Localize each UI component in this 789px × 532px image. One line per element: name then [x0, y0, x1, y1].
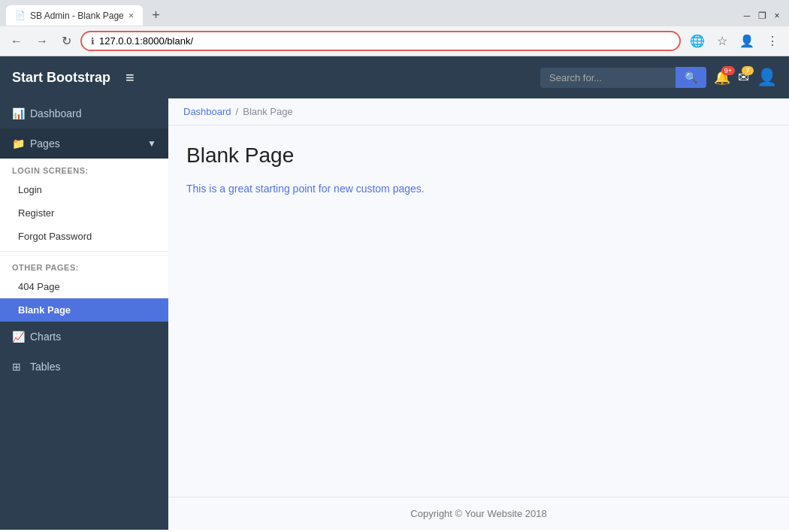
user-avatar-button[interactable]: 👤	[757, 68, 777, 87]
messages-badge: 7	[742, 66, 754, 75]
charts-icon: 📈	[12, 331, 24, 343]
back-button[interactable]: ←	[6, 32, 27, 51]
breadcrumb-separator: /	[236, 106, 239, 117]
top-navbar: Start Bootstrap ≡ 🔍 🔔 9+ ✉ 7 👤	[0, 56, 789, 98]
restore-button[interactable]: ❐	[756, 10, 768, 22]
dashboard-icon: 📊	[12, 107, 24, 119]
reload-button[interactable]: ↻	[57, 31, 76, 51]
breadcrumb-current: Blank Page	[243, 106, 293, 117]
bookmark-icon[interactable]: ☆	[712, 31, 732, 51]
content-area: Dashboard / Blank Page Blank Page This i…	[168, 98, 789, 530]
breadcrumb: Dashboard / Blank Page	[168, 98, 789, 125]
tab-close-button[interactable]: ×	[128, 10, 135, 21]
sidebar-pages-dropdown: 📁 Pages ▼ Login Screens: Login Register …	[0, 128, 168, 322]
sidebar: 📊 Dashboard 📁 Pages ▼ Login Screens: Log…	[0, 98, 168, 530]
notifications-badge: 9+	[721, 66, 735, 75]
sidebar-toggle-button[interactable]: ≡	[119, 66, 141, 89]
new-tab-button[interactable]: +	[146, 5, 166, 26]
login-screens-label: Login Screens:	[0, 159, 168, 178]
page-subtitle: This is a great starting point for new c…	[186, 183, 771, 195]
browser-title-bar: 📄 SB Admin - Blank Page × + ─ ❐ ×	[0, 0, 789, 26]
submenu-divider	[0, 251, 168, 252]
chevron-down-icon: ▼	[147, 138, 156, 149]
address-bar-input[interactable]	[99, 35, 670, 47]
account-icon[interactable]: 👤	[735, 31, 759, 51]
toolbar-actions: 🌐 ☆ 👤 ⋮	[685, 31, 783, 51]
navbar-brand: Start Bootstrap	[12, 70, 110, 86]
sidebar-pages-label: Pages	[30, 138, 60, 150]
app-wrapper: Start Bootstrap ≡ 🔍 🔔 9+ ✉ 7 👤	[0, 56, 789, 530]
browser-tab[interactable]: 📄 SB Admin - Blank Page ×	[6, 5, 143, 26]
sidebar-item-tables[interactable]: ⊞ Tables	[0, 352, 168, 382]
minimize-button[interactable]: ─	[741, 10, 753, 22]
navbar-right: 🔍 🔔 9+ ✉ 7 👤	[540, 67, 777, 88]
address-bar-container[interactable]: ℹ	[80, 31, 681, 51]
sidebar-item-forgot-password[interactable]: Forgot Password	[0, 225, 168, 248]
search-form: 🔍	[540, 67, 706, 88]
sidebar-item-dashboard[interactable]: 📊 Dashboard	[0, 98, 168, 128]
breadcrumb-dashboard-link[interactable]: Dashboard	[183, 106, 231, 117]
search-button[interactable]: 🔍	[676, 67, 706, 88]
sidebar-tables-label: Tables	[30, 361, 60, 373]
translate-icon[interactable]: 🌐	[685, 31, 709, 51]
browser-chrome: 📄 SB Admin - Blank Page × + ─ ❐ × ← → ↻ …	[0, 0, 789, 56]
footer-copyright: Copyright © Your Website 2018	[410, 508, 546, 519]
search-icon: 🔍	[685, 71, 697, 83]
sidebar-item-404[interactable]: 404 Page	[0, 275, 168, 298]
sidebar-charts-label: Charts	[30, 331, 61, 343]
sidebar-pages-header[interactable]: 📁 Pages ▼	[0, 128, 168, 159]
pages-icon: 📁	[12, 138, 24, 150]
notifications-button[interactable]: 🔔 9+	[714, 69, 730, 86]
tab-title: SB Admin - Blank Page	[30, 11, 124, 21]
main-area: 📊 Dashboard 📁 Pages ▼ Login Screens: Log…	[0, 98, 789, 530]
search-input[interactable]	[540, 68, 676, 88]
sidebar-item-register[interactable]: Register	[0, 201, 168, 225]
page-title: Blank Page	[186, 144, 771, 168]
sidebar-item-blank-page[interactable]: Blank Page	[0, 298, 168, 322]
other-pages-label: Other Pages:	[0, 255, 168, 275]
sidebar-dashboard-label: Dashboard	[30, 107, 82, 119]
browser-toolbar: ← → ↻ ℹ 🌐 ☆ 👤 ⋮	[0, 26, 789, 56]
forward-button[interactable]: →	[32, 32, 53, 51]
tab-favicon-icon: 📄	[15, 11, 26, 20]
content-body: Blank Page This is a great starting poin…	[168, 125, 789, 497]
sidebar-item-login[interactable]: Login	[0, 178, 168, 201]
messages-button[interactable]: ✉ 7	[738, 69, 749, 86]
menu-icon[interactable]: ⋮	[762, 31, 783, 51]
sidebar-item-charts[interactable]: 📈 Charts	[0, 322, 168, 352]
address-info-icon: ℹ	[91, 36, 95, 47]
content-footer: Copyright © Your Website 2018	[168, 497, 789, 530]
tables-icon: ⊞	[12, 361, 24, 373]
window-controls: ─ ❐ ×	[741, 10, 783, 22]
close-window-button[interactable]: ×	[771, 10, 783, 22]
pages-submenu: Login Screens: Login Register Forgot Pas…	[0, 159, 168, 322]
